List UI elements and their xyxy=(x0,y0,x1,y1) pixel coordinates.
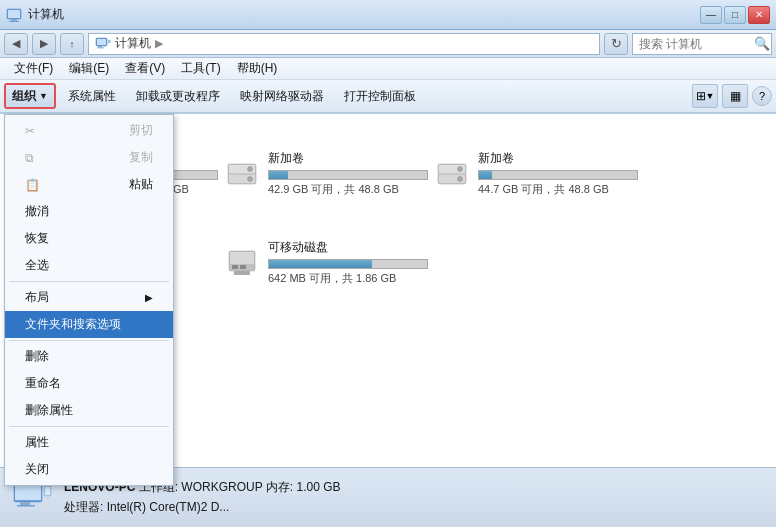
svg-point-18 xyxy=(248,176,253,181)
dropdown-cut[interactable]: ✂ 剪切 xyxy=(5,117,173,144)
search-icon[interactable]: 🔍 xyxy=(754,36,770,51)
drive-name-new1: 新加卷 xyxy=(268,150,428,167)
uninstall-button[interactable]: 卸载或更改程序 xyxy=(128,83,228,109)
search-input[interactable] xyxy=(632,33,772,55)
close-button[interactable]: ✕ xyxy=(748,6,770,24)
view-options-button[interactable]: ⊞ ▼ xyxy=(692,84,718,108)
address-bar: ◀ ▶ ↑ 计算机 ▶ ↻ 🔍 xyxy=(0,30,776,58)
svg-rect-8 xyxy=(108,40,111,43)
window-title: 计算机 xyxy=(28,6,64,23)
svg-rect-40 xyxy=(17,505,35,507)
svg-rect-6 xyxy=(98,46,102,48)
minimize-button[interactable]: — xyxy=(700,6,722,24)
drive-new2[interactable]: 新加卷 44.7 GB 可用，共 48.8 GB xyxy=(434,150,634,197)
drive-icon-new2 xyxy=(434,156,470,192)
dropdown-redo[interactable]: 恢复 xyxy=(5,225,173,252)
map-drive-button[interactable]: 映射网络驱动器 xyxy=(232,83,332,109)
title-bar: 计算机 — □ ✕ xyxy=(0,0,776,30)
organize-button[interactable]: 组织 ▼ xyxy=(4,83,56,109)
back-button[interactable]: ◀ xyxy=(4,33,28,55)
dropdown-copy[interactable]: ⧉ 复制 xyxy=(5,144,173,171)
dropdown-paste[interactable]: 📋 粘贴 xyxy=(5,171,173,198)
dropdown-delete[interactable]: 删除 xyxy=(5,343,173,370)
layout-arrow-icon: ▶ xyxy=(145,292,153,303)
dropdown-close[interactable]: 关闭 xyxy=(5,456,173,483)
hdd-icon-2 xyxy=(226,158,258,190)
drive-bar-new1 xyxy=(268,170,428,180)
svg-rect-31 xyxy=(230,252,254,264)
svg-rect-32 xyxy=(232,265,238,269)
svg-rect-34 xyxy=(234,271,250,275)
drive-bar-new2 xyxy=(478,170,638,180)
svg-rect-5 xyxy=(97,39,106,45)
svg-rect-7 xyxy=(97,47,104,48)
paste-icon: 📋 xyxy=(25,178,40,192)
svg-point-16 xyxy=(248,166,253,171)
drive-name-removable: 可移动磁盘 xyxy=(268,239,428,256)
memory: 内存: 1.00 GB xyxy=(266,480,341,494)
drive-fill-new1 xyxy=(269,171,288,179)
toolbar-right: ⊞ ▼ ▦ ? xyxy=(692,84,772,108)
svg-rect-39 xyxy=(20,502,30,505)
copy-icon: ⧉ xyxy=(25,151,34,165)
workgroup: WORKGROUP xyxy=(181,480,262,494)
drive-name-new2: 新加卷 xyxy=(478,150,638,167)
up-button[interactable]: ↑ xyxy=(60,33,84,55)
menu-view[interactable]: 查看(V) xyxy=(117,58,173,79)
cut-icon: ✂ xyxy=(25,124,35,138)
help-button[interactable]: ? xyxy=(752,86,772,106)
hdd-icon-3 xyxy=(436,158,468,190)
address-path[interactable]: 计算机 ▶ xyxy=(88,33,600,55)
dropdown-rename[interactable]: 重命名 xyxy=(5,370,173,397)
title-bar-controls: — □ ✕ xyxy=(700,6,770,24)
dropdown-separator-2 xyxy=(9,340,169,341)
view-grid-icon: ⊞ xyxy=(696,89,706,103)
organize-arrow: ▼ xyxy=(39,91,48,101)
system-properties-button[interactable]: 系统属性 xyxy=(60,83,124,109)
organize-label: 组织 xyxy=(12,88,36,105)
refresh-button[interactable]: ↻ xyxy=(604,33,628,55)
svg-rect-2 xyxy=(11,19,17,21)
svg-rect-33 xyxy=(240,265,246,269)
dropdown-remove-properties[interactable]: 删除属性 xyxy=(5,397,173,424)
organize-dropdown: ✂ 剪切 ⧉ 复制 📋 粘贴 撤消 恢复 全选 布局 ▶ 文件夹和搜索选项 xyxy=(4,114,174,486)
svg-rect-3 xyxy=(9,21,19,22)
window-icon xyxy=(6,7,22,23)
dropdown-select-all[interactable]: 全选 xyxy=(5,252,173,279)
drive-fill-new2 xyxy=(479,171,492,179)
drive-info-new2: 新加卷 44.7 GB 可用，共 48.8 GB xyxy=(478,150,638,197)
drive-info-removable: 可移动磁盘 642 MB 可用，共 1.86 GB xyxy=(268,239,428,286)
drive-icon-removable xyxy=(224,245,260,281)
control-panel-button[interactable]: 打开控制面板 xyxy=(336,83,424,109)
dropdown-properties[interactable]: 属性 xyxy=(5,429,173,456)
menu-tools[interactable]: 工具(T) xyxy=(173,58,228,79)
forward-button[interactable]: ▶ xyxy=(32,33,56,55)
status-line2: 处理器: Intel(R) Core(TM)2 D... xyxy=(64,498,341,517)
menu-edit[interactable]: 编辑(E) xyxy=(61,58,117,79)
drive-size-removable: 642 MB 可用，共 1.86 GB xyxy=(268,271,428,286)
path-label: 计算机 xyxy=(115,35,151,52)
svg-rect-1 xyxy=(8,10,20,18)
svg-point-23 xyxy=(458,176,463,181)
toolbar: 组织 ▼ 系统属性 卸载或更改程序 映射网络驱动器 打开控制面板 ⊞ ▼ ▦ ?… xyxy=(0,80,776,114)
title-bar-left: 计算机 xyxy=(6,6,64,23)
drive-icon-new1 xyxy=(224,156,260,192)
usb-icon xyxy=(226,247,258,279)
preview-pane-button[interactable]: ▦ xyxy=(722,84,748,108)
menu-file[interactable]: 文件(F) xyxy=(6,58,61,79)
dropdown-separator-3 xyxy=(9,426,169,427)
computer-icon xyxy=(95,36,111,52)
drive-removable[interactable]: 可移动磁盘 642 MB 可用，共 1.86 GB xyxy=(224,239,424,286)
view-arrow-icon: ▼ xyxy=(706,91,715,101)
drive-fill-removable xyxy=(269,260,372,268)
svg-rect-42 xyxy=(45,487,50,495)
dropdown-undo[interactable]: 撤消 xyxy=(5,198,173,225)
dropdown-folder-options[interactable]: 文件夹和搜索选项 xyxy=(5,311,173,338)
drive-new1[interactable]: 新加卷 42.9 GB 可用，共 48.8 GB xyxy=(224,150,424,197)
svg-rect-43 xyxy=(45,496,50,498)
maximize-button[interactable]: □ xyxy=(724,6,746,24)
dropdown-separator-1 xyxy=(9,281,169,282)
dropdown-layout[interactable]: 布局 ▶ xyxy=(5,284,173,311)
drive-bar-removable xyxy=(268,259,428,269)
menu-help[interactable]: 帮助(H) xyxy=(229,58,286,79)
